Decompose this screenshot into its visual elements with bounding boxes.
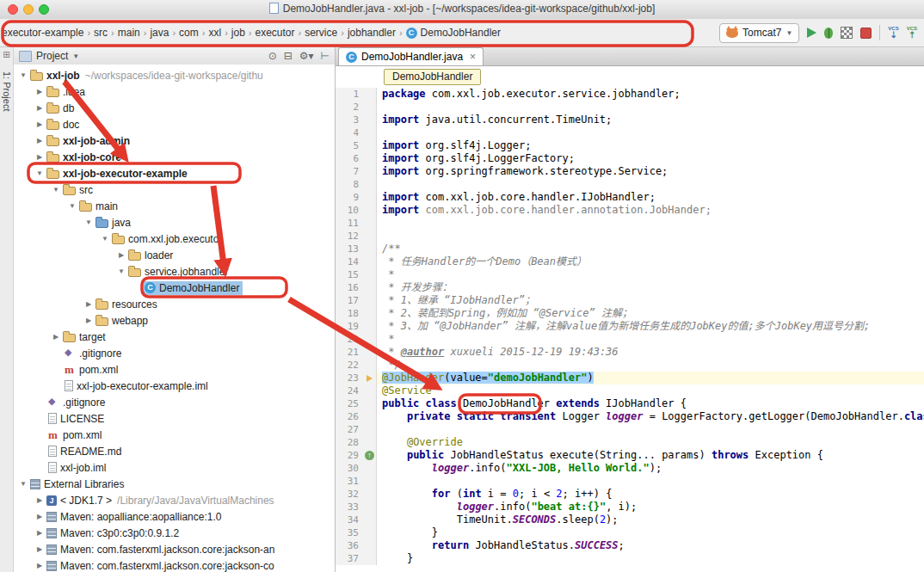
code-line-text[interactable]: package com.xxl.job.executor.service.job… [377, 88, 924, 101]
code-line-text[interactable]: @Service [377, 384, 924, 397]
code-line-19[interactable]: 19 * 3、加 “@JobHander” 注解，注解value值为新增任务生成… [336, 320, 924, 333]
structure-breadcrumb-chip[interactable]: DemoJobHandler [384, 69, 481, 85]
override-method-icon[interactable]: ↑ [365, 451, 374, 460]
expanded-arrow-icon[interactable]: ▼ [17, 71, 29, 79]
tree-item-xxl-job[interactable]: ▼xxl-job~/workspaces/idea-git-workspace/… [14, 67, 335, 83]
code-line-text[interactable] [377, 178, 924, 191]
code-line-5[interactable]: 5import org.slf4j.Logger; [336, 139, 924, 152]
tree-item-jdk1-7[interactable]: ▶< JDK1.7 >/Library/Java/JavaVirtualMach… [14, 492, 335, 508]
code-line-32[interactable]: 32 for (int i = 0; i < 2; i++) { [336, 488, 924, 501]
code-line-text[interactable]: TimeUnit.SECONDS.sleep(2); [377, 514, 924, 526]
breadcrumb-item-java[interactable]: java [150, 27, 169, 39]
stop-button[interactable] [860, 28, 872, 39]
code-line-37[interactable]: 37 } [336, 552, 924, 565]
collapsed-arrow-icon[interactable]: ▶ [34, 496, 46, 504]
tree-item-java[interactable]: ▼java [14, 214, 335, 231]
code-line-text[interactable]: @Override [377, 436, 924, 449]
window-icon[interactable]: ⊞ [0, 50, 13, 59]
collapsed-arrow-icon[interactable]: ▶ [115, 251, 127, 259]
code-line-text[interactable] [377, 101, 924, 114]
code-line-17[interactable]: 17 * 1、继承 “IJobHandler”； [336, 294, 924, 307]
tab-close-icon[interactable]: × [470, 51, 476, 63]
code-line-31[interactable]: 31 [336, 475, 924, 488]
code-line-text[interactable] [377, 423, 924, 436]
scroll-from-source-icon[interactable]: ⊙ [268, 50, 277, 62]
collapsed-arrow-icon[interactable]: ▶ [83, 300, 95, 308]
settings-gear-icon[interactable]: ⚙▾ [299, 50, 314, 62]
breadcrumb-item-jobhandler[interactable]: jobhandler [348, 27, 396, 39]
breadcrumb-item-service[interactable]: service [305, 27, 337, 39]
code-line-text[interactable]: public class DemoJobHandler extends IJob… [377, 397, 924, 410]
code-line-text[interactable]: private static transient Logger logger =… [377, 410, 924, 423]
tree-item-maven-aopalliance-aopalliance-1-0[interactable]: ▶Maven: aopalliance:aopalliance:1.0 [14, 508, 335, 525]
collapsed-arrow-icon[interactable]: ▶ [34, 529, 46, 537]
tree-item-service-jobhandler[interactable]: ▼service.jobhandler [14, 263, 335, 280]
tree-item-idea[interactable]: ▶.idea [14, 83, 335, 100]
tree-item-loader[interactable]: ▶loader [14, 247, 335, 263]
tree-item-xxl-job-executor-example[interactable]: ▼xxl-job-executor-example [14, 165, 335, 181]
code-line-36[interactable]: 36 return JobHandleStatus.SUCCESS; [336, 539, 924, 552]
code-line-text[interactable]: import java.util.concurrent.TimeUnit; [377, 114, 924, 126]
expanded-arrow-icon[interactable]: ▼ [50, 186, 62, 194]
code-line-text[interactable] [377, 126, 924, 139]
code-line-34[interactable]: 34 TimeUnit.SECONDS.sleep(2); [336, 514, 924, 526]
code-line-26[interactable]: 26 private static transient Logger logge… [336, 410, 924, 423]
tree-item-maven-com-fasterxml-jackson-core-jackson-co[interactable]: ▶Maven: com.fasterxml.jackson.core:jacks… [14, 557, 335, 572]
breadcrumb-item-com[interactable]: com [179, 27, 199, 39]
code-line-text[interactable]: */ [377, 359, 924, 372]
code-line-3[interactable]: 3import java.util.concurrent.TimeUnit; [336, 114, 924, 126]
code-line-25[interactable]: 25public class DemoJobHandler extends IJ… [336, 397, 924, 410]
tree-item-src[interactable]: ▼src [14, 181, 335, 198]
code-line-20[interactable]: 20 * [336, 333, 924, 346]
code-line-10[interactable]: 10import com.xxl.job.core.handler.annota… [336, 204, 924, 217]
code-line-text[interactable]: public JobHandleStatus execute(String...… [377, 449, 924, 462]
code-line-18[interactable]: 18 * 2、装配到Spring，例如加 “@Service” 注解； [336, 307, 924, 320]
expanded-arrow-icon[interactable]: ▼ [99, 235, 111, 243]
expanded-arrow-icon[interactable]: ▼ [83, 218, 95, 226]
breadcrumb-item-executor-example[interactable]: executor-example [2, 27, 83, 39]
vcs-commit-button[interactable]: VCS⇡ [907, 26, 917, 40]
tree-item-xxl-job-core[interactable]: ▶xxl-job-core [14, 149, 335, 165]
tree-item-xxl-job-admin[interactable]: ▶xxl-job-admin [14, 132, 335, 149]
code-line-15[interactable]: 15 * [336, 268, 924, 281]
code-line-7[interactable]: 7import org.springframework.stereotype.S… [336, 165, 924, 178]
code-line-23[interactable]: 23@JobHander(value="demoJobHandler") [336, 372, 924, 384]
vcs-update-button[interactable]: VCS⇣ [888, 26, 898, 40]
project-stripe-label[interactable]: 1: Project [2, 71, 12, 111]
code-line-text[interactable]: } [377, 526, 924, 539]
code-line-2[interactable]: 2 [336, 101, 924, 114]
code-line-text[interactable]: * 开发步骤： [377, 281, 924, 294]
breadcrumb-item-main[interactable]: main [118, 27, 140, 39]
tree-item-gitignore[interactable]: .gitignore [14, 394, 335, 410]
code-line-28[interactable]: 28 @Override [336, 436, 924, 449]
tree-item-resources[interactable]: ▶resources [14, 296, 335, 312]
collapsed-arrow-icon[interactable]: ▶ [34, 104, 46, 112]
collapsed-arrow-icon[interactable]: ▶ [34, 545, 46, 553]
code-line-text[interactable]: * @author xuxueli 2015-12-19 19:43:36 [377, 346, 924, 359]
breadcrumb-item-demojobhandler[interactable]: CDemoJobHandler [406, 27, 501, 39]
code-line-30[interactable]: 30 logger.info("XXL-JOB, Hello World."); [336, 462, 924, 475]
tree-item-pom-xml[interactable]: pom.xml [14, 427, 335, 443]
tree-item-maven-c3p0-c3p0-0-9-1-2[interactable]: ▶Maven: c3p0:c3p0:0.9.1.2 [14, 525, 335, 541]
code-line-text[interactable] [377, 217, 924, 230]
code-line-text[interactable] [377, 230, 924, 243]
code-line-29[interactable]: 29↑ public JobHandleStatus execute(Strin… [336, 449, 924, 462]
code-line-35[interactable]: 35 } [336, 526, 924, 539]
code-line-text[interactable]: import org.slf4j.Logger; [377, 139, 924, 152]
tree-item-gitignore[interactable]: .gitignore [14, 345, 335, 361]
code-line-11[interactable]: 11 [336, 217, 924, 230]
code-line-text[interactable]: import org.slf4j.LoggerFactory; [377, 152, 924, 165]
code-line-text[interactable]: import com.xxl.job.core.handler.annotati… [377, 204, 924, 217]
coverage-button[interactable] [841, 27, 853, 39]
code-line-27[interactable]: 27 [336, 423, 924, 436]
code-line-text[interactable]: * [377, 268, 924, 281]
code-line-text[interactable]: for (int i = 0; i < 2; i++) { [377, 488, 924, 501]
collapse-all-icon[interactable]: ⊟ [284, 50, 293, 62]
code-line-text[interactable] [377, 475, 924, 488]
code-line-12[interactable]: 12 [336, 230, 924, 243]
code-line-text[interactable]: * 2、装配到Spring，例如加 “@Service” 注解； [377, 307, 924, 320]
expanded-arrow-icon[interactable]: ▼ [17, 480, 29, 488]
tree-item-main[interactable]: ▼main [14, 198, 335, 214]
code-area[interactable]: 1package com.xxl.job.executor.service.jo… [336, 88, 924, 572]
tree-item-target[interactable]: ▶target [14, 329, 335, 345]
